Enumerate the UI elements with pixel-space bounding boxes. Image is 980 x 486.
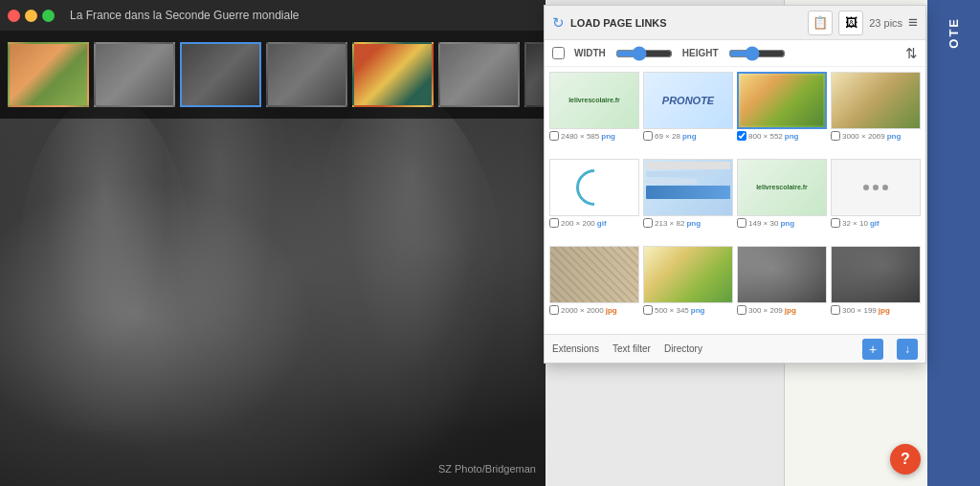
max-btn[interactable] bbox=[42, 10, 55, 22]
close-btn[interactable] bbox=[8, 10, 20, 22]
picker-clipboard-btn[interactable]: 📋 bbox=[808, 11, 833, 35]
grid-thumb-10 bbox=[643, 246, 733, 303]
item-10-fmt: png bbox=[691, 306, 705, 315]
thumbnail-4[interactable] bbox=[266, 42, 347, 107]
item-2-checkbox[interactable] bbox=[643, 131, 653, 141]
grid-item-5[interactable]: 200 × 200 gif bbox=[549, 159, 639, 242]
item-12-fmt: jpg bbox=[879, 306, 890, 315]
item-11-checkbox[interactable] bbox=[737, 305, 746, 315]
item-10-dims: 500 × 345 bbox=[655, 306, 689, 315]
window-buttons bbox=[8, 10, 55, 22]
grid-thumb-3 bbox=[737, 72, 827, 129]
item-3-dims: 800 × 552 bbox=[748, 132, 783, 141]
item-4-dims: 3000 × 2069 bbox=[842, 132, 885, 141]
item-10-checkbox[interactable] bbox=[643, 305, 653, 315]
item-7-dims: 149 × 30 bbox=[748, 219, 778, 228]
watermark: SZ Photo/Bridgeman bbox=[438, 463, 536, 475]
footer-add-btn[interactable]: + bbox=[862, 339, 883, 360]
item-7-fmt: png bbox=[780, 219, 794, 228]
thumbnail-5[interactable] bbox=[352, 42, 434, 107]
main-image-area: La France dans la Seconde Guerre mondial… bbox=[0, 0, 546, 486]
footer-extensions[interactable]: Extensions bbox=[552, 343, 599, 354]
thumbnail-7[interactable] bbox=[524, 42, 546, 107]
item-5-fmt: gif bbox=[597, 219, 607, 228]
grid-item-7[interactable]: lelivrescolaire.fr 149 × 30 png bbox=[737, 159, 827, 242]
grid-item-8[interactable]: 32 × 10 gif bbox=[831, 159, 921, 242]
item-9-dims: 2000 × 2000 bbox=[561, 306, 604, 315]
item-1-checkbox[interactable] bbox=[549, 131, 559, 141]
item-8-fmt: gif bbox=[870, 219, 880, 228]
grid-thumb-11 bbox=[737, 246, 827, 303]
item-12-checkbox[interactable] bbox=[831, 305, 840, 315]
pronote-side-label: OTE bbox=[947, 17, 961, 49]
filter-checkbox[interactable] bbox=[552, 47, 565, 59]
picker-footer: Extensions Text filter Directory + ↓ bbox=[545, 334, 925, 363]
grid-thumb-7: lelivrescolaire.fr bbox=[737, 159, 827, 216]
browser-titlebar: La France dans la Seconde Guerre mondial… bbox=[0, 0, 546, 31]
grid-item-10[interactable]: 500 × 345 png bbox=[643, 246, 733, 329]
grid-item-1[interactable]: lelivrescolaire.fr 2480 × 585 png bbox=[549, 72, 639, 155]
thumbnail-2[interactable] bbox=[94, 42, 175, 107]
grid-thumb-2: PRONOTE bbox=[643, 72, 733, 129]
ring-shape-icon bbox=[568, 162, 620, 213]
item-7-checkbox[interactable] bbox=[737, 218, 746, 228]
item-6-dims: 213 × 82 bbox=[655, 219, 684, 228]
item-4-checkbox[interactable] bbox=[831, 131, 840, 141]
item-8-checkbox[interactable] bbox=[831, 218, 840, 228]
filter-sort-btn[interactable]: ⇅ bbox=[905, 45, 918, 62]
item-2-dims: 69 × 28 bbox=[655, 132, 680, 141]
lelivrescolaire-logo-1: lelivrescolaire.fr bbox=[567, 95, 622, 106]
item-3-fmt: png bbox=[785, 132, 799, 141]
item-6-checkbox[interactable] bbox=[643, 218, 653, 228]
image-picker-panel: ↻ LOAD PAGE LINKS 📋 🖼 23 pics ≡ WIDTH HE… bbox=[544, 5, 926, 364]
item-11-fmt: jpg bbox=[785, 306, 796, 315]
grid-item-6[interactable]: 213 × 82 png bbox=[643, 159, 733, 242]
grid-item-11[interactable]: 300 × 209 jpg bbox=[737, 246, 827, 329]
width-slider[interactable] bbox=[615, 46, 673, 61]
help-icon: ? bbox=[901, 451, 910, 468]
pronote-grid-logo: PRONOTE bbox=[662, 95, 714, 106]
help-bubble[interactable]: ? bbox=[890, 444, 921, 475]
height-slider[interactable] bbox=[728, 46, 786, 61]
footer-download-btn[interactable]: ↓ bbox=[897, 339, 918, 360]
grid-item-12[interactable]: 300 × 199 jpg bbox=[831, 246, 921, 329]
thumbnail-3[interactable] bbox=[180, 42, 261, 107]
grid-thumb-1: lelivrescolaire.fr bbox=[549, 72, 639, 129]
item-9-checkbox[interactable] bbox=[549, 305, 559, 315]
min-btn[interactable] bbox=[25, 10, 37, 22]
item-5-dims: 200 × 200 bbox=[561, 219, 595, 228]
thumbnail-1[interactable] bbox=[8, 42, 89, 107]
image-grid: lelivrescolaire.fr 2480 × 585 png PRONOT… bbox=[545, 67, 925, 334]
grid-item-2[interactable]: PRONOTE 69 × 28 png bbox=[643, 72, 733, 155]
item-5-checkbox[interactable] bbox=[549, 218, 559, 228]
thumbnail-strip bbox=[0, 31, 546, 119]
refresh-icon[interactable]: ↻ bbox=[552, 14, 565, 32]
grid-item-4[interactable]: 3000 × 2069 png bbox=[831, 72, 921, 155]
pics-count: 23 pics bbox=[869, 17, 902, 29]
width-filter-label: WIDTH bbox=[574, 48, 606, 58]
item-12-dims: 300 × 199 bbox=[842, 306, 877, 315]
picker-toolbar: ↻ LOAD PAGE LINKS 📋 🖼 23 pics ≡ bbox=[545, 6, 925, 40]
item-11-dims: 300 × 209 bbox=[748, 306, 783, 315]
grid-thumb-12 bbox=[831, 246, 921, 303]
picker-filters-row: WIDTH HEIGHT ⇅ bbox=[545, 40, 925, 67]
grid-thumb-9 bbox=[549, 246, 639, 303]
browser-title: La France dans la Seconde Guerre mondial… bbox=[70, 9, 299, 22]
picker-image-btn[interactable]: 🖼 bbox=[838, 11, 863, 35]
item-3-checkbox[interactable] bbox=[737, 131, 746, 141]
item-2-fmt: png bbox=[682, 132, 697, 141]
item-8-dims: 32 × 10 bbox=[842, 219, 868, 228]
load-page-links-button[interactable]: LOAD PAGE LINKS bbox=[570, 17, 667, 29]
picker-menu-btn[interactable]: ≡ bbox=[908, 13, 918, 33]
grid-item-9[interactable]: 2000 × 2000 jpg bbox=[549, 246, 639, 329]
lelivrescolaire-logo-2: lelivrescolaire.fr bbox=[754, 182, 810, 193]
grid-thumb-4 bbox=[831, 72, 921, 129]
item-6-fmt: png bbox=[686, 219, 701, 228]
footer-directory[interactable]: Directory bbox=[664, 343, 702, 354]
item-1-dims: 2480 × 585 bbox=[561, 132, 599, 141]
footer-text-filter[interactable]: Text filter bbox=[612, 343, 651, 354]
item-4-fmt: png bbox=[887, 132, 902, 141]
grid-thumb-5 bbox=[549, 159, 639, 216]
grid-item-3[interactable]: 800 × 552 png bbox=[737, 72, 827, 155]
thumbnail-6[interactable] bbox=[438, 42, 520, 107]
